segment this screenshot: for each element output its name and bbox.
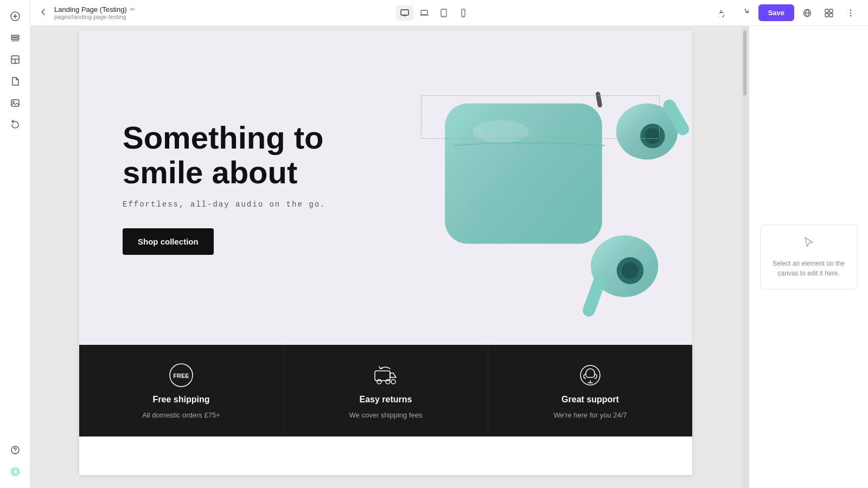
hero-content: Something to smile about Effortless, all…	[79, 88, 426, 288]
free-shipping-desc: All domestic orders £75+	[142, 411, 220, 419]
svg-rect-45	[581, 274, 607, 318]
svg-text:FREE: FREE	[173, 373, 189, 379]
main-area: Landing Page (Testing) ✏ pages/landing-p…	[30, 0, 868, 488]
hero-section[interactable]: Something to smile about Effortless, all…	[79, 30, 692, 345]
feature-great-support: Great support We're here for you 24/7	[488, 345, 692, 436]
svg-rect-26	[825, 9, 828, 12]
cursor-icon	[802, 236, 815, 252]
back-button[interactable]	[39, 8, 48, 18]
select-hint-text: Select an element on the canvas to edit …	[769, 259, 848, 278]
svg-point-44	[622, 262, 639, 279]
sidebar-item-help[interactable]	[5, 440, 25, 460]
svg-point-14	[11, 468, 19, 476]
hero-subtitle: Effortless, all-day audio on the go.	[123, 200, 383, 209]
svg-rect-5	[11, 41, 19, 41]
features-section: FREE Free shipping All domestic orders £…	[79, 345, 692, 436]
more-button[interactable]	[842, 4, 859, 22]
svg-point-35	[473, 120, 529, 143]
free-shipping-title: Free shipping	[153, 395, 210, 404]
redo-button[interactable]	[737, 4, 754, 22]
svg-point-13	[13, 470, 17, 474]
select-hint-box: Select an element on the canvas to edit …	[760, 224, 858, 290]
topbar-right-controls: Save	[715, 4, 859, 22]
svg-point-39	[644, 128, 660, 144]
edit-title-icon[interactable]: ✏	[130, 6, 135, 13]
hero-title: Something to smile about	[123, 120, 383, 190]
sidebar-item-add[interactable]	[5, 7, 25, 26]
sidebar-item-apps[interactable]	[5, 462, 25, 481]
page-title-area: Landing Page (Testing) ✏ pages/landing-p…	[54, 5, 709, 20]
undo-button[interactable]	[715, 4, 732, 22]
right-panel: Select an element on the canvas to edit …	[749, 26, 868, 488]
page-title-text: Landing Page (Testing)	[54, 5, 127, 14]
canvas-inner: Something to smile about Effortless, all…	[79, 30, 692, 475]
scrollbar-thumb[interactable]	[743, 30, 746, 95]
preview-button[interactable]	[799, 4, 816, 22]
tablet-view-button[interactable]	[435, 5, 452, 21]
svg-point-52	[391, 380, 395, 384]
great-support-title: Great support	[561, 395, 619, 404]
sidebar-item-history[interactable]	[5, 115, 25, 134]
svg-rect-18	[421, 10, 427, 15]
svg-point-32	[850, 15, 851, 16]
svg-point-30	[850, 9, 851, 10]
feature-easy-returns: Easy returns We cover shipping fees	[284, 345, 488, 436]
laptop-view-button[interactable]	[416, 5, 433, 21]
save-button[interactable]: Save	[758, 4, 794, 21]
view-controls	[396, 5, 472, 21]
mobile-view-button[interactable]	[455, 5, 472, 21]
canvas-scroll[interactable]: Something to smile about Effortless, all…	[30, 26, 741, 488]
svg-point-22	[463, 15, 463, 16]
left-sidebar	[0, 0, 30, 488]
svg-rect-34	[445, 104, 602, 244]
svg-rect-3	[11, 35, 19, 37]
svg-rect-15	[401, 10, 409, 15]
sidebar-item-pages[interactable]	[5, 72, 25, 91]
great-support-icon	[577, 362, 603, 388]
svg-rect-9	[11, 100, 19, 106]
easy-returns-title: Easy returns	[360, 395, 412, 404]
svg-point-51	[386, 380, 390, 384]
svg-rect-27	[829, 9, 833, 12]
free-shipping-icon: FREE	[168, 362, 194, 388]
topbar: Landing Page (Testing) ✏ pages/landing-p…	[30, 0, 868, 26]
page-title: Landing Page (Testing) ✏	[54, 5, 709, 14]
shop-collection-button[interactable]: Shop collection	[123, 228, 214, 255]
page-subtitle: pages/landing-page-testing	[54, 14, 709, 20]
svg-rect-46	[595, 92, 602, 108]
svg-rect-4	[11, 38, 19, 40]
easy-returns-desc: We cover shipping fees	[349, 411, 423, 419]
desktop-view-button[interactable]	[396, 5, 413, 21]
svg-point-12	[15, 452, 16, 453]
canvas-wrap: Something to smile about Effortless, all…	[30, 26, 868, 488]
canvas-scrollbar[interactable]	[741, 26, 749, 488]
svg-point-31	[850, 12, 851, 13]
svg-point-20	[443, 15, 444, 16]
feature-free-shipping: FREE Free shipping All domestic orders £…	[79, 345, 284, 436]
svg-rect-28	[825, 14, 828, 17]
sidebar-item-sections[interactable]	[5, 50, 25, 69]
svg-point-50	[377, 380, 381, 384]
sidebar-item-media[interactable]	[5, 93, 25, 113]
svg-point-10	[12, 101, 14, 103]
great-support-desc: We're here for you 24/7	[553, 411, 627, 419]
sidebar-item-layers[interactable]	[5, 28, 25, 48]
easy-returns-icon	[373, 362, 399, 388]
layout-button[interactable]	[820, 4, 838, 22]
svg-rect-29	[829, 14, 833, 17]
